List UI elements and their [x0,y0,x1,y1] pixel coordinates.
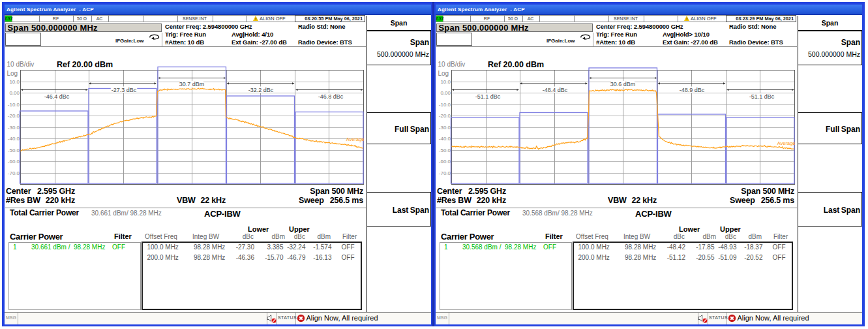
svg-text:Ref 20.00 dBm: Ref 20.00 dBm [57,60,113,69]
svg-text:-10.0: -10.0 [439,102,451,108]
svg-text:Log: Log [7,70,18,77]
svg-text:-70.0: -70.0 [8,170,20,176]
svg-text:10.0: 10.0 [9,79,20,85]
svg-text:-20.0: -20.0 [439,113,451,119]
svg-text:-20.0: -20.0 [8,113,20,119]
svg-text:-40.0: -40.0 [8,136,20,142]
svg-text:30.6 dBm: 30.6 dBm [610,81,636,87]
svg-text:-48.9 dBc: -48.9 dBc [680,87,705,93]
svg-text:-46.8 dBc: -46.8 dBc [318,93,344,100]
svg-text:-27.3 dBc: -27.3 dBc [112,87,137,93]
svg-text:10 dB/div: 10 dB/div [438,61,466,68]
svg-text:0.00: 0.00 [9,90,20,96]
svg-text:Average: Average [346,136,365,142]
svg-text:-32.2 dBc: -32.2 dBc [248,87,274,93]
svg-text:-60.0: -60.0 [8,159,20,164]
svg-text:-30.0: -30.0 [439,125,451,131]
svg-text:10.0: 10.0 [440,79,451,85]
svg-text:-51.1 dBc: -51.1 dBc [749,93,775,100]
svg-text:-51.1 dBc: -51.1 dBc [475,93,501,100]
svg-text:-46.4 dBc: -46.4 dBc [44,93,70,100]
svg-text:-30.0: -30.0 [8,125,20,131]
svg-text:10 dB/div: 10 dB/div [7,61,35,68]
svg-text:-70.0: -70.0 [439,170,451,176]
svg-text:0.00: 0.00 [440,90,451,96]
svg-text:30.7 dBm: 30.7 dBm [179,81,205,87]
svg-text:-40.0: -40.0 [439,136,451,142]
svg-text:-10.0: -10.0 [8,102,20,108]
svg-text:-60.0: -60.0 [439,159,451,164]
svg-text:-48.4 dBc: -48.4 dBc [543,87,568,93]
svg-text:Ref 20.00 dBm: Ref 20.00 dBm [488,60,544,69]
svg-text:Log: Log [438,70,449,77]
svg-text:-50.0: -50.0 [439,148,451,153]
svg-text:Average: Average [777,140,796,146]
svg-text:-50.0: -50.0 [8,148,20,153]
